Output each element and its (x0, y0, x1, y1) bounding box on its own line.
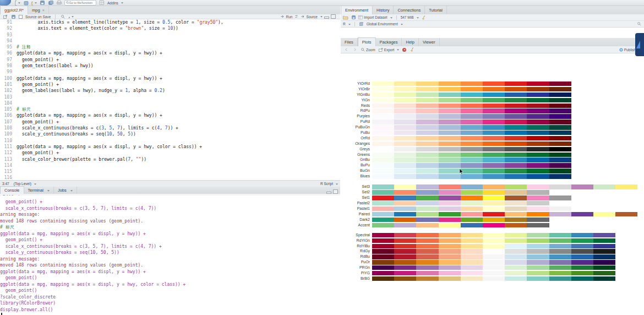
palette-row: Purples (341, 114, 643, 118)
code-line[interactable]: 98 geom_text(aes(label = hwy)) (0, 63, 340, 69)
clear-objects-broom-icon[interactable] (421, 15, 427, 20)
tab-connections[interactable]: Connections (394, 6, 425, 14)
tab-ggplot2-r[interactable]: ggplot2.R* (0, 6, 28, 14)
workspace-panes-icon[interactable] (99, 1, 105, 6)
color-swatch (505, 114, 527, 118)
code-line[interactable]: 109 scale_y_continuous(breaks = seq(10, … (0, 131, 340, 137)
color-swatch (461, 114, 483, 118)
goto-file-box[interactable] (64, 0, 96, 6)
source-button[interactable]: Source (301, 15, 323, 19)
code-line[interactable]: 99 (0, 69, 340, 75)
file-type-selector[interactable]: R Script (320, 182, 338, 186)
scope-selector[interactable]: (Top Level) (14, 182, 36, 186)
tab-tutorial[interactable]: Tutorial (425, 6, 447, 14)
search-icon[interactable] (60, 14, 66, 19)
code-line[interactable]: 113 scale_color_brewer(palette = brewer.… (0, 156, 340, 162)
code-line[interactable]: 106ggplot(data = mpg, mapping = aes(x = … (0, 112, 340, 118)
print-icon[interactable] (56, 1, 62, 6)
search-icon[interactable] (636, 21, 642, 26)
color-swatch (461, 195, 483, 200)
memory-usage-button[interactable]: 547 MiB (401, 15, 419, 19)
code-line[interactable]: 96ggplot(data = mpg, mapping = aes(x = d… (0, 50, 340, 56)
next-plot-icon[interactable] (352, 47, 358, 52)
code-line[interactable]: 102 geom_label(aes(label = hwy), nudge_y… (0, 88, 340, 94)
new-file-icon[interactable] (15, 1, 20, 6)
maximize-pane-icon[interactable] (331, 14, 336, 19)
language-selector[interactable]: R (343, 22, 351, 26)
code-line[interactable]: 100ggplot(data = mpg, mapping = aes(x = … (0, 75, 340, 82)
new-project-icon[interactable] (23, 1, 29, 6)
tab-viewer[interactable]: Viewer (419, 38, 440, 46)
palette-label: Reds (341, 104, 370, 108)
color-swatch (416, 131, 438, 135)
code-line[interactable]: 94 (0, 38, 340, 44)
code-line[interactable]: 91 axis.ticks = element_line(linetype = … (0, 19, 340, 25)
load-workspace-icon[interactable] (343, 15, 348, 20)
code-line[interactable]: 114 (0, 162, 340, 169)
color-swatch (483, 158, 505, 162)
code-line[interactable]: 104 (0, 100, 340, 106)
code-line[interactable]: 93 (0, 32, 340, 38)
code-line[interactable]: 97 geom_point() + (0, 57, 340, 63)
minimize-pane-icon[interactable] (324, 17, 329, 19)
save-icon[interactable] (40, 1, 45, 6)
goto-file-input[interactable] (69, 1, 95, 4)
color-swatch (571, 254, 593, 259)
code-line[interactable]: 92 axis.text = element_text(color = "bro… (0, 25, 340, 31)
rerun-icon[interactable] (294, 14, 299, 19)
zoom-plot-button[interactable]: Zoom (361, 48, 375, 52)
publish-button[interactable]: Publish (619, 48, 636, 52)
export-plot-button[interactable]: Export (379, 48, 400, 52)
tab-mpg[interactable]: mpg × (28, 6, 49, 14)
code-line[interactable]: 107 geom_point() + (0, 119, 340, 125)
tab-environment[interactable]: Environment (341, 6, 373, 14)
tab-console[interactable]: Console (0, 186, 24, 194)
maximize-pane-icon[interactable] (333, 189, 338, 194)
code-line[interactable]: 116 (0, 175, 340, 180)
line-number: 112 (0, 150, 17, 156)
source-on-save-checkbox[interactable] (19, 15, 23, 19)
import-dataset-button[interactable]: Import Dataset (358, 15, 392, 19)
tab-help[interactable]: Help (402, 38, 418, 46)
color-swatch (527, 271, 549, 275)
clear-plots-broom-icon[interactable] (410, 47, 415, 52)
tab-plots[interactable]: Plots (358, 37, 376, 46)
tab-history[interactable]: History (373, 6, 394, 14)
addins-menu[interactable]: Addins (107, 1, 123, 5)
remove-plot-icon[interactable]: × (402, 48, 406, 52)
code-line[interactable]: 111ggplot(data = mpg, mapping = aes(x = … (0, 144, 340, 150)
overlay-app-icon[interactable] (635, 33, 644, 56)
color-swatch (549, 125, 571, 129)
code-tools-wand-icon[interactable] (68, 14, 74, 19)
tab-files[interactable]: Files (341, 38, 358, 46)
close-icon[interactable]: × (42, 9, 45, 12)
color-swatch (505, 271, 527, 275)
color-swatch (416, 82, 438, 86)
code-line[interactable]: 105# 标尺 (0, 106, 340, 112)
open-file-icon[interactable] (31, 1, 37, 6)
color-swatch (372, 260, 394, 264)
console[interactable]: geom_point() + scale_x_continuous(breaks… (0, 195, 340, 315)
tab-terminal[interactable]: Terminal (24, 187, 54, 194)
tab-packages[interactable]: Packages (376, 38, 402, 46)
environment-selector[interactable]: Global Environment (367, 22, 403, 26)
run-button[interactable]: Run (281, 15, 292, 19)
previous-plot-icon[interactable] (343, 47, 349, 52)
color-swatch (439, 265, 461, 270)
tab-jobs[interactable]: Jobs (54, 187, 77, 194)
code-line[interactable]: 101 geom_point() + (0, 82, 340, 88)
color-swatch (505, 174, 527, 178)
code-line[interactable]: 110 (0, 138, 340, 144)
code-line[interactable]: 95# 注释 (0, 44, 340, 50)
code-line[interactable]: 115 (0, 169, 340, 175)
code-line[interactable]: 108 scale_x_continuous(breaks = c(3, 5, … (0, 125, 340, 131)
save-workspace-icon[interactable] (351, 15, 356, 20)
color-swatch (483, 271, 505, 275)
code-line[interactable]: 103 (0, 94, 340, 100)
code-editor[interactable]: 91 axis.ticks = element_line(linetype = … (0, 19, 340, 180)
save-icon[interactable] (10, 14, 16, 19)
color-swatch (461, 218, 483, 222)
popout-icon[interactable] (2, 14, 8, 19)
save-all-icon[interactable] (48, 1, 53, 6)
code-line[interactable]: 112 geom_point() + (0, 150, 340, 156)
